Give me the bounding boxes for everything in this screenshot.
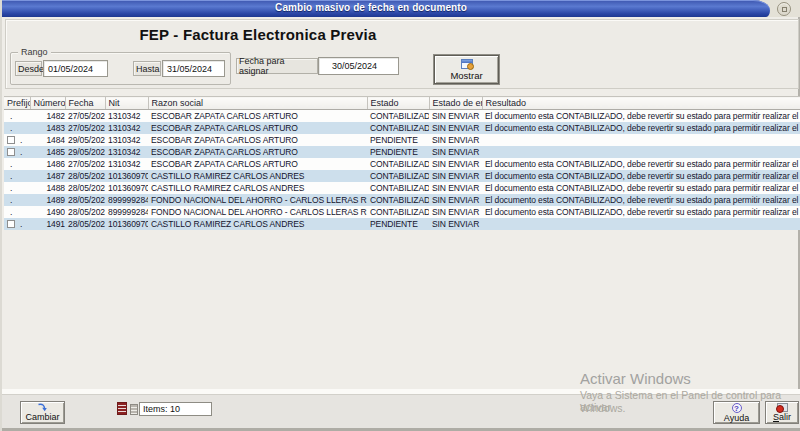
cell-resultado (482, 134, 800, 146)
mostrar-button[interactable]: Mostrar (434, 55, 499, 84)
restore-button[interactable] (777, 2, 791, 16)
cell-resultado: El documento esta CONTABILIZADO, debe re… (482, 170, 800, 182)
cell-numero: 1487 (30, 170, 65, 182)
items-count-field[interactable]: Items: 10 (139, 402, 212, 416)
list-red-icon[interactable] (117, 402, 127, 415)
cell-razon: CASTILLO RAMIREZ CARLOS ANDRES (148, 170, 367, 182)
cell-estado: CONTABILIZADO (367, 182, 429, 194)
cell-razon: CASTILLO RAMIREZ CARLOS ANDRES (148, 182, 367, 194)
desde-label: Desde (15, 61, 42, 76)
cell-envio: SIN ENVIAR (429, 218, 482, 230)
row-checkbox[interactable] (7, 220, 15, 228)
ayuda-label: Ayuda (724, 413, 749, 423)
cell-prefijo: . (4, 170, 30, 182)
column-header[interactable]: Razon social (148, 97, 367, 110)
column-header[interactable]: Prefijo (4, 97, 30, 110)
prefijo-value: . (17, 135, 22, 145)
rango-legend: Rango (18, 47, 51, 57)
row-checkbox[interactable] (7, 136, 15, 144)
cell-resultado: El documento esta CONTABILIZADO, debe re… (482, 122, 800, 134)
column-header[interactable]: Fecha (65, 97, 105, 110)
cell-resultado: El documento esta CONTABILIZADO, debe re… (482, 206, 800, 218)
window-title: Cambio masivo de fecha en documento (2, 2, 740, 13)
desde-input[interactable]: 01/05/2024 (43, 60, 108, 77)
cell-fecha: 27/05/2024 (65, 110, 105, 122)
prefijo-value: . (17, 219, 22, 229)
cell-nit: 1310342 (105, 158, 148, 170)
prefijo-value: . (7, 183, 12, 193)
cell-fecha: 27/05/2024 (65, 122, 105, 134)
cell-estado: CONTABILIZADO (367, 170, 429, 182)
cell-envio: SIN ENVIAR (429, 182, 482, 194)
cell-fecha: 27/05/2024 (65, 158, 105, 170)
ayuda-button[interactable]: ? Ayuda (713, 401, 760, 424)
table-body: .148227/05/20241310342ESCOBAR ZAPATA CAR… (4, 110, 800, 230)
cell-nit: 1310342 (105, 110, 148, 122)
cell-numero: 1491 (30, 218, 65, 230)
column-header[interactable]: Estado (367, 97, 429, 110)
cell-estado: PENDIENTE (367, 218, 429, 230)
cell-envio: SIN ENVIAR (429, 110, 482, 122)
cell-fecha: 28/05/2024 (65, 194, 105, 206)
cell-prefijo: . (4, 110, 30, 122)
cell-estado: CONTABILIZADO (367, 194, 429, 206)
cell-resultado: El documento esta CONTABILIZADO, debe re… (482, 182, 800, 194)
cell-envio: SIN ENVIAR (429, 194, 482, 206)
cell-numero: 1485 (30, 146, 65, 158)
prefijo-value: . (7, 111, 12, 121)
cambiar-button[interactable]: Cambiar (20, 401, 65, 424)
cell-prefijo: . (4, 158, 30, 170)
table-row[interactable]: .149128/05/20241013609700CASTILLO RAMIRE… (4, 218, 800, 230)
app-window: Cambio masivo de fecha en documento FEP … (0, 0, 800, 431)
cell-razon: FONDO NACIONAL DEL AHORRO - CARLOS LLERA… (148, 206, 367, 218)
column-header[interactable]: Resultado (482, 97, 800, 110)
fecha-asignar-input[interactable]: 30/05/2024 (318, 57, 399, 75)
row-checkbox[interactable] (7, 148, 15, 156)
cell-estado: CONTABILIZADO (367, 110, 429, 122)
cell-resultado: El documento esta CONTABILIZADO, debe re… (482, 158, 800, 170)
prefijo-value: . (7, 159, 12, 169)
cell-nit: 899999284 (105, 206, 148, 218)
table-row[interactable]: .148327/05/20241310342ESCOBAR ZAPATA CAR… (4, 122, 800, 134)
salir-label: Salir (773, 412, 791, 422)
cell-fecha: 28/05/2024 (65, 182, 105, 194)
page-title: FEP - Factura Electronica Previa (2, 26, 514, 43)
table-row[interactable]: .148429/05/20241310342ESCOBAR ZAPATA CAR… (4, 134, 800, 146)
column-header[interactable]: Número (30, 97, 65, 110)
column-header[interactable]: Estado de envio (429, 97, 482, 110)
cell-prefijo: . (4, 218, 30, 230)
cell-numero: 1488 (30, 182, 65, 194)
table-row[interactable]: .149028/05/2024899999284FONDO NACIONAL D… (4, 206, 800, 218)
cell-resultado: El documento esta CONTABILIZADO, debe re… (482, 194, 800, 206)
cell-nit: 1013609700 (105, 218, 148, 230)
prefijo-value: . (17, 147, 22, 157)
cell-fecha: 28/05/2024 (65, 218, 105, 230)
prefijo-value: . (7, 207, 12, 217)
cell-envio: SIN ENVIAR (429, 158, 482, 170)
cell-envio: SIN ENVIAR (429, 146, 482, 158)
cell-nit: 1013609700 (105, 170, 148, 182)
salir-button[interactable]: Salir (765, 401, 799, 424)
table-row[interactable]: .148627/05/20241310342ESCOBAR ZAPATA CAR… (4, 158, 800, 170)
list-gray-icon[interactable] (130, 404, 138, 415)
cell-numero: 1484 (30, 134, 65, 146)
cell-numero: 1490 (30, 206, 65, 218)
table-row[interactable]: .148928/05/2024899999284FONDO NACIONAL D… (4, 194, 800, 206)
cell-razon: ESCOBAR ZAPATA CARLOS ARTURO (148, 146, 367, 158)
cell-razon: ESCOBAR ZAPATA CARLOS ARTURO (148, 122, 367, 134)
cell-fecha: 28/05/2024 (65, 170, 105, 182)
cell-numero: 1482 (30, 110, 65, 122)
cell-estado: CONTABILIZADO (367, 122, 429, 134)
cambiar-label: Cambiar (25, 412, 59, 422)
cell-resultado (482, 146, 800, 158)
cell-envio: SIN ENVIAR (429, 206, 482, 218)
cell-nit: 1310342 (105, 134, 148, 146)
cell-prefijo: . (4, 146, 30, 158)
hasta-input[interactable]: 31/05/2024 (162, 60, 225, 77)
table-header-row: PrefijoNúmeroFechaNitRazon socialEstadoE… (4, 97, 800, 110)
table-row[interactable]: .148828/05/20241013609700CASTILLO RAMIRE… (4, 182, 800, 194)
column-header[interactable]: Nit (105, 97, 148, 110)
table-row[interactable]: .148529/05/20241310342ESCOBAR ZAPATA CAR… (4, 146, 800, 158)
table-row[interactable]: .148227/05/20241310342ESCOBAR ZAPATA CAR… (4, 110, 800, 122)
table-row[interactable]: .148728/05/20241013609700CASTILLO RAMIRE… (4, 170, 800, 182)
